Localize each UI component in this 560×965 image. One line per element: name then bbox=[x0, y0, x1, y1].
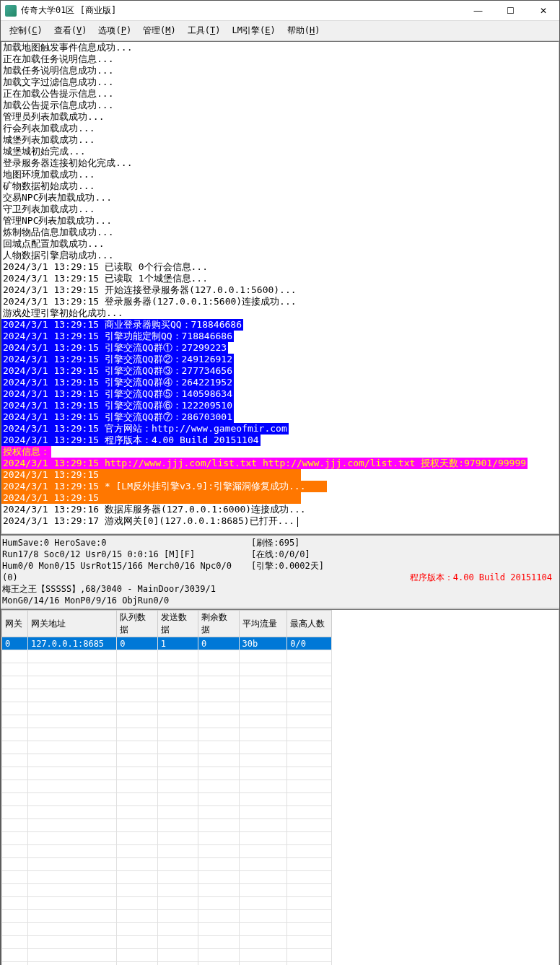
cell bbox=[198, 793, 239, 806]
log-line: 炼制物品信息加载成功... bbox=[1, 227, 115, 237]
cell bbox=[198, 806, 239, 819]
cell bbox=[2, 780, 28, 793]
menu-tools[interactable]: 工具(T) bbox=[182, 22, 227, 39]
log-line: 加载公告提示信息成功... bbox=[1, 100, 115, 110]
cell bbox=[2, 962, 28, 966]
table-row[interactable] bbox=[2, 832, 332, 845]
cell bbox=[287, 949, 332, 962]
cell bbox=[239, 793, 287, 806]
cell bbox=[239, 923, 287, 936]
menu-manage[interactable]: 管理(M) bbox=[137, 22, 182, 39]
col-max[interactable]: 最高人数 bbox=[287, 611, 332, 637]
cell bbox=[117, 806, 157, 819]
cell bbox=[287, 767, 332, 780]
table-row[interactable] bbox=[2, 663, 332, 676]
log-line: 交易NPC列表加载成功... bbox=[1, 192, 113, 203]
titlebar[interactable]: 传奇大学01区 [商业版] — ☐ ✕ bbox=[1, 1, 559, 21]
cell bbox=[2, 819, 28, 832]
cell bbox=[27, 663, 116, 676]
cell: 1 bbox=[157, 637, 198, 650]
table-row[interactable]: 0127.0.0.1:868501030b0/0 bbox=[2, 637, 332, 650]
table-row[interactable] bbox=[2, 845, 332, 858]
cell bbox=[27, 871, 116, 884]
table-row[interactable] bbox=[2, 962, 332, 966]
menu-view[interactable]: 查看(V) bbox=[48, 22, 93, 39]
cell bbox=[2, 806, 28, 819]
table-row[interactable] bbox=[2, 741, 332, 754]
cell bbox=[157, 923, 198, 936]
cell bbox=[27, 858, 116, 871]
table-row[interactable] bbox=[2, 650, 332, 663]
table-row[interactable] bbox=[2, 754, 332, 767]
table-row[interactable] bbox=[2, 806, 332, 819]
col-queue[interactable]: 队列数据 bbox=[117, 611, 157, 637]
table-row[interactable] bbox=[2, 728, 332, 741]
minimize-button[interactable]: — bbox=[462, 1, 494, 21]
log-line: 2024/3/1 13:29:15 已读取 0个行会信息... bbox=[1, 261, 209, 272]
log-line: 回城点配置加载成功... bbox=[1, 238, 105, 249]
col-send[interactable]: 发送数据 bbox=[157, 611, 198, 637]
log-line: 2024/3/1 13:29:15 引擎交流QQ群⑥：122209510 bbox=[1, 400, 234, 411]
table-row[interactable] bbox=[2, 871, 332, 884]
table-row[interactable] bbox=[2, 910, 332, 923]
table-row[interactable] bbox=[2, 949, 332, 962]
log-line: 2024/3/1 13:29:15 http://www.jjj.com/lis… bbox=[1, 458, 528, 469]
cell bbox=[157, 676, 198, 689]
col-gw[interactable]: 网关 bbox=[2, 611, 28, 637]
window-title: 传奇大学01区 [商业版] bbox=[21, 4, 462, 17]
cell bbox=[239, 702, 287, 715]
table-row[interactable] bbox=[2, 702, 332, 715]
cell bbox=[198, 715, 239, 728]
table-row[interactable] bbox=[2, 715, 332, 728]
cell bbox=[287, 832, 332, 845]
close-button[interactable]: ✕ bbox=[527, 1, 559, 21]
menu-help[interactable]: 帮助(H) bbox=[281, 22, 326, 39]
col-avg[interactable]: 平均流量 bbox=[239, 611, 287, 637]
table-row[interactable] bbox=[2, 793, 332, 806]
cell bbox=[239, 949, 287, 962]
table-row[interactable] bbox=[2, 676, 332, 689]
table-row[interactable] bbox=[2, 689, 332, 702]
table-row[interactable] bbox=[2, 767, 332, 780]
cell bbox=[2, 793, 28, 806]
table-row[interactable] bbox=[2, 819, 332, 832]
table-row[interactable] bbox=[2, 884, 332, 897]
table-row[interactable] bbox=[2, 936, 332, 949]
cell bbox=[2, 845, 28, 858]
log-area[interactable]: 加载地图触发事件信息成功...正在加载任务说明信息...加载任务说明信息成功..… bbox=[1, 41, 559, 534]
cell bbox=[2, 741, 28, 754]
menubar: 控制(C) 查看(V) 选项(P) 管理(M) 工具(T) LM引擎(E) 帮助… bbox=[1, 21, 559, 41]
log-line: 管理NPC列表加载成功... bbox=[1, 215, 113, 226]
cell bbox=[287, 884, 332, 897]
maximize-button[interactable]: ☐ bbox=[494, 1, 527, 21]
table-row[interactable] bbox=[2, 923, 332, 936]
cell bbox=[27, 676, 116, 689]
menu-control[interactable]: 控制(C) bbox=[4, 22, 48, 39]
table-row[interactable] bbox=[2, 780, 332, 793]
cell bbox=[2, 702, 28, 715]
cell bbox=[27, 897, 116, 910]
status-line: Run17/8 Soc0/12 Usr0/15 0:0:16 [M][F] bbox=[2, 549, 248, 560]
log-line: 2024/3/1 13:29:15 引擎交流QQ群②：249126912 bbox=[1, 354, 234, 365]
cell bbox=[239, 871, 287, 884]
cell bbox=[198, 819, 239, 832]
cell bbox=[198, 728, 239, 741]
cell bbox=[157, 832, 198, 845]
table-row[interactable] bbox=[2, 897, 332, 910]
cell bbox=[198, 702, 239, 715]
status-left: HumSave:0 HeroSave:0 Run17/8 Soc0/12 Usr… bbox=[1, 536, 250, 608]
cell bbox=[287, 715, 332, 728]
menu-lmengine[interactable]: LM引擎(E) bbox=[227, 22, 281, 39]
cell bbox=[117, 663, 157, 676]
menu-options[interactable]: 选项(P) bbox=[92, 22, 137, 39]
col-remain[interactable]: 剩余数据 bbox=[198, 611, 239, 637]
cell bbox=[239, 832, 287, 845]
cell bbox=[2, 715, 28, 728]
cell bbox=[117, 949, 157, 962]
log-line: 2024/3/1 13:29:15 bbox=[1, 469, 301, 481]
table-row[interactable] bbox=[2, 858, 332, 871]
status-line: [引擎:0.0002天] bbox=[251, 560, 558, 572]
col-addr[interactable]: 网关地址 bbox=[27, 611, 116, 637]
cell bbox=[198, 936, 239, 949]
cell bbox=[287, 689, 332, 702]
